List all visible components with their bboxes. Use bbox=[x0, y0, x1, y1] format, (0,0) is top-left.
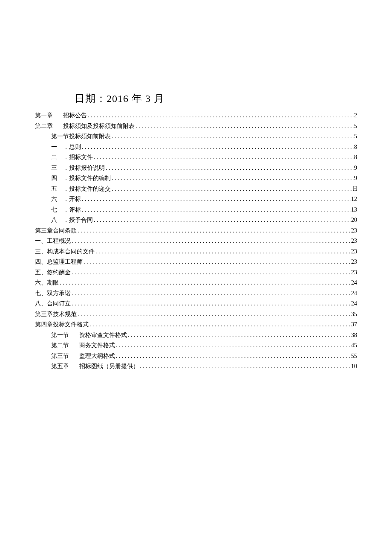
toc-page-number: 24 bbox=[351, 299, 357, 309]
toc-page-number: 35 bbox=[351, 309, 357, 320]
toc-page-number: 24 bbox=[351, 278, 357, 288]
toc-leader-dots bbox=[71, 236, 351, 247]
toc-entry: 第五章招标图纸（另册提供）10 bbox=[35, 361, 357, 372]
toc-entry: 第一节投标须知前附表5 bbox=[35, 131, 357, 142]
toc-entry: 八、合同订立24 bbox=[35, 299, 357, 309]
toc-leader-dots bbox=[111, 173, 354, 184]
toc-label: 四．投标文件的编制 bbox=[51, 173, 111, 184]
toc-leader-dots bbox=[127, 330, 351, 341]
toc-label: 五、签约酬金 bbox=[35, 267, 71, 278]
toc-page-number: 37 bbox=[351, 320, 357, 330]
toc-label: 第一节投标须知前附表 bbox=[51, 131, 111, 142]
toc-label: 三．投标报价说明 bbox=[51, 163, 105, 174]
toc-entry: 第三章技术规范35 bbox=[35, 309, 357, 320]
toc-leader-dots bbox=[105, 163, 354, 174]
toc-label: 第三章技术规范 bbox=[35, 309, 77, 320]
toc-entry: 二．招标文件8 bbox=[35, 152, 357, 163]
toc-leader-dots bbox=[115, 340, 351, 351]
toc-page-number: 23 bbox=[351, 247, 357, 257]
toc-page-number: 45 bbox=[351, 340, 357, 351]
toc-entry: 第一章招标公告2 bbox=[35, 110, 357, 121]
toc-page-number: 13 bbox=[351, 205, 357, 215]
toc-page-number: 5 bbox=[354, 121, 357, 132]
toc-leader-dots bbox=[83, 257, 351, 267]
toc-page-number: 23 bbox=[351, 236, 357, 247]
toc-entry: 一．总则8 bbox=[35, 142, 357, 153]
toc-label: 三、构成本合同的文件 bbox=[35, 247, 95, 257]
toc-entry: 一、工程概况23 bbox=[35, 236, 357, 247]
toc-label: 第二章投标须知及投标须知前附表 bbox=[35, 121, 135, 132]
toc-entry: 五．投标文件的递交H bbox=[35, 184, 357, 195]
toc-page-number: 2 bbox=[354, 110, 357, 121]
toc-entry: 八．授予合同20 bbox=[35, 215, 357, 226]
toc-entry: 第三章合同条款23 bbox=[35, 226, 357, 236]
toc-label: 七．评标 bbox=[51, 205, 81, 215]
toc-leader-dots bbox=[77, 309, 351, 320]
toc-label: 第三节监理大纲格式 bbox=[51, 351, 115, 362]
toc-page-number: 38 bbox=[351, 330, 357, 341]
toc-label: 八、合同订立 bbox=[35, 299, 71, 309]
toc-label: 六、期限 bbox=[35, 278, 59, 288]
toc-entry: 第二节商务文件格式45 bbox=[35, 340, 357, 351]
toc-label: 第二节商务文件格式 bbox=[51, 340, 115, 351]
toc-entry: 七、双方承诺24 bbox=[35, 288, 357, 299]
toc-leader-dots bbox=[111, 184, 353, 195]
toc-label: 第三章合同条款 bbox=[35, 226, 77, 236]
toc-entry: 第一节资格审查文件格式38 bbox=[35, 330, 357, 341]
toc-leader-dots bbox=[81, 205, 351, 215]
toc-page-number: 23 bbox=[351, 267, 357, 278]
toc-page-number: H bbox=[353, 184, 357, 195]
toc-entry: 四．投标文件的编制9 bbox=[35, 173, 357, 184]
toc-leader-dots bbox=[87, 110, 354, 121]
toc-label: 第一节资格审查文件格式 bbox=[51, 330, 127, 341]
toc-leader-dots bbox=[81, 194, 351, 205]
toc-page-number: 9 bbox=[354, 173, 357, 184]
toc-page-number: 55 bbox=[351, 351, 357, 362]
toc-label: 四、总监理工程师 bbox=[35, 257, 83, 267]
toc-entry: 五、签约酬金23 bbox=[35, 267, 357, 278]
toc-leader-dots bbox=[81, 142, 354, 153]
toc-page-number: 10 bbox=[351, 361, 357, 372]
toc-label: 一、工程概况 bbox=[35, 236, 71, 247]
toc-entry: 六．开标12 bbox=[35, 194, 357, 205]
toc-label: 第四章投标文件格式 bbox=[35, 320, 89, 330]
toc-entry: 四、总监理工程师23 bbox=[35, 257, 357, 267]
toc-label: 八．授予合同 bbox=[51, 215, 93, 226]
toc-page-number: 20 bbox=[351, 215, 357, 226]
toc-leader-dots bbox=[139, 361, 351, 372]
toc-page-number: 12 bbox=[351, 194, 357, 205]
table-of-contents: 第一章招标公告2第二章投标须知及投标须知前附表5第一节投标须知前附表5一．总则8… bbox=[35, 110, 357, 372]
toc-label: 七、双方承诺 bbox=[35, 288, 71, 299]
toc-leader-dots bbox=[95, 247, 351, 257]
toc-entry: 第二章投标须知及投标须知前附表5 bbox=[35, 121, 357, 132]
toc-label: 二．招标文件 bbox=[51, 152, 93, 163]
toc-leader-dots bbox=[115, 351, 351, 362]
toc-page-number: 23 bbox=[351, 257, 357, 267]
toc-page-number: 5 bbox=[354, 131, 357, 142]
page-title: 日期：2016 年 3 月 bbox=[75, 92, 357, 105]
toc-leader-dots bbox=[111, 131, 354, 142]
toc-label: 六．开标 bbox=[51, 194, 81, 205]
toc-leader-dots bbox=[93, 215, 351, 226]
toc-page-number: 24 bbox=[351, 288, 357, 299]
toc-leader-dots bbox=[77, 226, 351, 236]
toc-entry: 第四章投标文件格式37 bbox=[35, 320, 357, 330]
toc-entry: 三．投标报价说明9 bbox=[35, 163, 357, 174]
toc-leader-dots bbox=[71, 288, 351, 299]
toc-label: 五．投标文件的递交 bbox=[51, 184, 111, 195]
toc-entry: 七．评标13 bbox=[35, 205, 357, 215]
toc-label: 第五章招标图纸（另册提供） bbox=[51, 361, 139, 372]
toc-entry: 三、构成本合同的文件23 bbox=[35, 247, 357, 257]
toc-label: 一．总则 bbox=[51, 142, 81, 153]
toc-page-number: 8 bbox=[354, 152, 357, 163]
toc-page-number: 8 bbox=[354, 142, 357, 153]
toc-entry: 第三节监理大纲格式55 bbox=[35, 351, 357, 362]
toc-label: 第一章招标公告 bbox=[35, 110, 87, 121]
toc-leader-dots bbox=[135, 121, 354, 132]
toc-entry: 六、期限24 bbox=[35, 278, 357, 288]
toc-leader-dots bbox=[71, 299, 351, 309]
toc-leader-dots bbox=[59, 278, 351, 288]
toc-page-number: 23 bbox=[351, 226, 357, 236]
toc-leader-dots bbox=[93, 152, 354, 163]
toc-leader-dots bbox=[71, 267, 351, 278]
